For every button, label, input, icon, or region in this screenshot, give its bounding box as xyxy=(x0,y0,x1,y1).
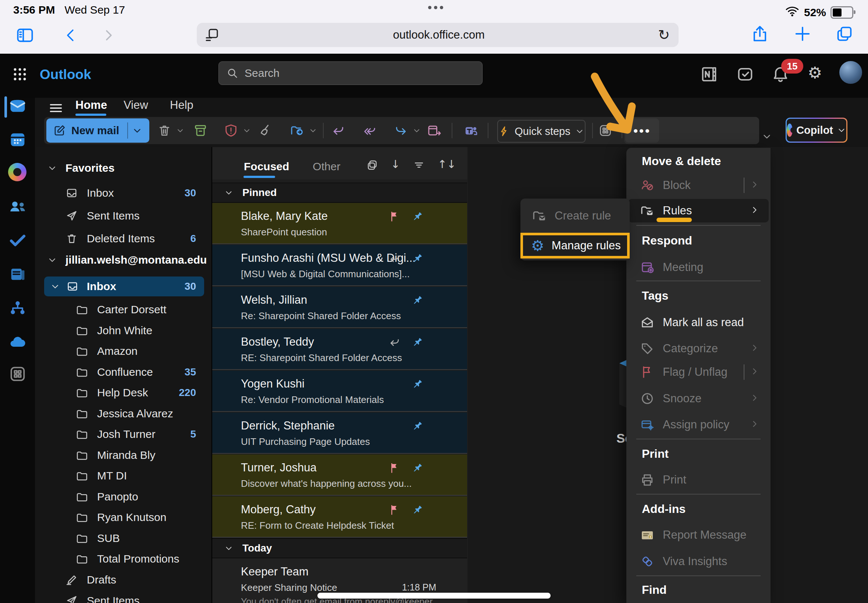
toolbar-report-shield-button[interactable] xyxy=(222,118,240,143)
menu-item-meeting[interactable]: Meeting xyxy=(628,257,769,278)
menu-item-viva-insights[interactable]: Viva Insights xyxy=(628,551,769,572)
message-row[interactable]: Funsho Arashi (MSU Web & Digi... [MSU We… xyxy=(212,245,467,286)
message-row[interactable]: Welsh, Jillian Re: Sharepoint Shared Fol… xyxy=(212,287,467,328)
share-button[interactable] xyxy=(750,24,769,43)
tab-home[interactable]: Home xyxy=(76,99,107,112)
section-header-pinned[interactable]: Pinned xyxy=(212,183,467,203)
message-row[interactable]: Bostley, Teddy RE: Sharepoint Shared Fol… xyxy=(212,329,467,370)
folder-item-drafts[interactable]: Drafts xyxy=(44,570,204,590)
rail-item-mail[interactable] xyxy=(8,96,27,116)
app-launcher-button[interactable] xyxy=(11,65,29,83)
select-messages-icon[interactable] xyxy=(366,159,379,171)
toolbar-forward-chevron[interactable] xyxy=(411,118,422,143)
tabs-button[interactable] xyxy=(835,24,854,43)
outlook-logo[interactable]: Outlook xyxy=(40,67,91,82)
message-row[interactable]: Turner, Joshua Discover what's happening… xyxy=(212,455,467,496)
tab-view[interactable]: View xyxy=(124,99,148,112)
message-row[interactable]: Moberg, Cathy RE: Form to Create Helpdes… xyxy=(212,496,467,538)
ribbon-collapse-chevron-icon[interactable] xyxy=(761,131,772,142)
toolbar-archive-button[interactable] xyxy=(192,118,209,143)
tab-focused[interactable]: Focused xyxy=(244,160,289,173)
copilot-button[interactable]: Copilot xyxy=(786,118,847,143)
toolbar-reply-all-button[interactable] xyxy=(361,118,379,143)
filter-icon[interactable] xyxy=(413,159,425,171)
home-indicator[interactable] xyxy=(317,593,551,598)
rail-item-more-apps[interactable] xyxy=(8,364,27,385)
menu-item-block[interactable]: Block xyxy=(628,175,769,196)
toolbar-report-shield-chevron[interactable] xyxy=(241,118,252,143)
sort-icon[interactable]: ↑↓ xyxy=(438,158,456,171)
onenote-icon[interactable] xyxy=(699,65,719,84)
tab-other[interactable]: Other xyxy=(313,160,340,173)
menu-item-snooze[interactable]: Snooze xyxy=(628,388,769,409)
toolbar-delete-chevron[interactable] xyxy=(175,118,186,143)
rail-item-onedrive[interactable] xyxy=(8,333,27,353)
toolbar-reply-button[interactable] xyxy=(330,118,347,143)
move-down-icon[interactable]: ↓ xyxy=(391,158,400,171)
subfolder-item[interactable]: Panopto xyxy=(44,487,204,507)
menu-item-rules[interactable]: Rules xyxy=(628,199,769,223)
search-input[interactable]: Search xyxy=(218,62,483,85)
subfolder-item[interactable]: SUB xyxy=(44,528,204,548)
toolbar-teams-button[interactable] xyxy=(462,118,480,143)
rail-item-people[interactable] xyxy=(8,197,27,218)
address-bar[interactable]: outlook.office.com ↻ xyxy=(197,23,679,47)
submenu-item-manage-rules[interactable]: ⚙ Manage rules xyxy=(520,233,630,258)
submenu-item-create-rule[interactable]: Create rule xyxy=(527,204,626,228)
section-header-today[interactable]: Today xyxy=(212,538,467,558)
folder-inbox-selected[interactable]: Inbox 30 xyxy=(44,277,204,296)
menu-item-assign-policy[interactable]: Assign policy xyxy=(628,414,769,435)
subfolder-item[interactable]: Ryan Knutson xyxy=(44,507,204,527)
subfolder-item[interactable]: Josh Turner5 xyxy=(44,424,204,444)
message-row[interactable]: Yogen Kushi Re: Vendor Promotional Mater… xyxy=(212,371,467,412)
message-row[interactable]: Derrick, Stephanie UIT Purchasing Page U… xyxy=(212,413,467,454)
favorite-item[interactable]: Inbox30 xyxy=(44,183,204,203)
toolbar-move-to-button[interactable] xyxy=(288,118,306,143)
toolbar-sweep-button[interactable] xyxy=(257,118,274,143)
forward-button[interactable] xyxy=(100,26,118,44)
new-mail-chevron-icon[interactable] xyxy=(132,125,143,136)
hamburger-icon[interactable] xyxy=(48,100,64,116)
tab-help[interactable]: Help xyxy=(170,99,193,112)
page-settings-icon[interactable] xyxy=(204,27,220,43)
new-tab-button[interactable] xyxy=(793,24,812,43)
menu-item-flag-unflag[interactable]: Flag / Unflag xyxy=(628,362,769,383)
favorites-header[interactable]: Favorites xyxy=(47,162,114,174)
account-header[interactable]: jillian.welsh@montana.edu xyxy=(47,254,207,266)
folder-item-sent-items[interactable]: Sent Items xyxy=(44,591,204,603)
rail-item-news[interactable] xyxy=(8,265,27,285)
subfolder-item[interactable]: Jessica Alvarez xyxy=(44,404,204,424)
new-mail-button[interactable]: New mail xyxy=(46,118,149,143)
subfolder-item[interactable]: Amazon xyxy=(44,341,204,361)
subfolder-item[interactable]: John White xyxy=(44,321,204,340)
reload-icon[interactable]: ↻ xyxy=(658,27,670,43)
subfolder-item[interactable]: Help Desk220 xyxy=(44,383,204,403)
todo-icon[interactable] xyxy=(736,65,755,84)
menu-item-report-message[interactable]: Report Message xyxy=(628,524,769,546)
toolbar-forward-button[interactable] xyxy=(392,118,410,143)
avatar[interactable] xyxy=(839,61,862,84)
subfolder-item[interactable]: Miranda Bly xyxy=(44,445,204,465)
menu-item-mark-all-as-read[interactable]: Mark all as read xyxy=(628,312,769,333)
subfolder-item[interactable]: Carter Dorsett xyxy=(44,300,204,320)
favorite-item[interactable]: Deleted Items6 xyxy=(44,229,204,249)
rail-item-calendar[interactable] xyxy=(8,130,27,150)
rail-item-copilot[interactable] xyxy=(8,163,26,181)
subfolder-item[interactable]: Total Promotions xyxy=(44,549,204,569)
settings-gear-icon[interactable]: ⚙ xyxy=(808,63,822,82)
toolbar-calendar-forward-button[interactable] xyxy=(425,118,443,143)
menu-item-categorize[interactable]: Categorize xyxy=(628,338,769,359)
safari-sidebar-button[interactable] xyxy=(15,26,34,45)
notifications-button[interactable]: 15 xyxy=(771,65,790,85)
subfolder-item[interactable]: Confluence35 xyxy=(44,362,204,382)
quick-steps-button[interactable]: Quick steps xyxy=(497,120,586,143)
rail-item-org-chart[interactable] xyxy=(8,298,27,319)
subfolder-item[interactable]: MT DI xyxy=(44,466,204,486)
menu-item-print[interactable]: Print xyxy=(628,469,769,490)
toolbar-move-to-chevron[interactable] xyxy=(308,118,319,143)
message-row[interactable]: Blake, Mary Kate SharePoint question xyxy=(212,203,467,244)
favorite-item[interactable]: Sent Items xyxy=(44,206,204,226)
rail-item-todo[interactable] xyxy=(8,230,27,251)
toolbar-delete-button[interactable] xyxy=(156,118,173,143)
back-button[interactable] xyxy=(62,26,79,44)
